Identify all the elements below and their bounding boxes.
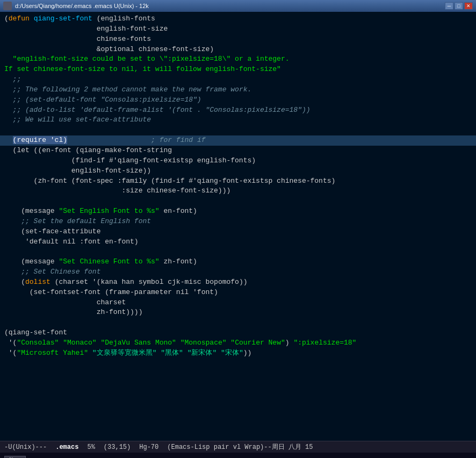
- code-line: (defun qiang-set-font (english-fonts: [0, 14, 476, 24]
- code-line: ;; The following 2 method cannot make th…: [0, 85, 476, 95]
- code-line: &optional chinese-font-size): [0, 45, 476, 55]
- code-line: zh-font)))): [0, 307, 476, 318]
- code-line: ;; Set the default English font: [0, 217, 476, 227]
- code-line: (dolist (charset '(kana han symbol cjk-m…: [0, 277, 476, 288]
- code-line: ;; We will use set-face-attribute: [0, 115, 476, 125]
- titlebar: d:/Users/Qiang/home/.emacs .emacs U(Unix…: [0, 0, 476, 12]
- maximize-button[interactable]: □: [455, 2, 463, 10]
- hg-status: Hg-70: [139, 443, 158, 451]
- code-line: english-font-size: [0, 24, 476, 34]
- code-line: ;; (add-to-list 'default-frame-alist '(f…: [0, 105, 476, 116]
- close-button[interactable]: ✕: [464, 2, 473, 10]
- code-line: 'default nil :font en-font): [0, 237, 476, 247]
- code-line-highlighted: (require 'cl) ; for find if: [0, 135, 476, 146]
- code-line: (qiang-set-font: [0, 328, 476, 338]
- code-line: (let ((en-font (qiang-make-font-string: [0, 146, 476, 156]
- position-status: 5%: [87, 443, 95, 451]
- code-line: [0, 196, 476, 206]
- code-line: ;; (set-default-font "Consolas:pixelsize…: [0, 95, 476, 105]
- editor-area[interactable]: (defun qiang-set-font (english-fonts eng…: [0, 12, 476, 441]
- code-line: (set-face-attribute: [0, 227, 476, 237]
- code-line: ;;: [0, 75, 476, 85]
- bottom-bar: New: [0, 453, 476, 458]
- code-line: (find-if #'qiang-font-existsp english-fo…: [0, 156, 476, 166]
- code-line: english-font-size)): [0, 166, 476, 176]
- code-line: (message "Set Chinese Font to %s" zh-fon…: [0, 257, 476, 267]
- code-line: [0, 125, 476, 135]
- code-line: (message "Set English Font to %s" en-fon…: [0, 206, 476, 217]
- code-line: [0, 318, 476, 328]
- encoding-status: -U(Unix)---: [4, 443, 47, 451]
- statusbar: -U(Unix)--- .emacs 5% (33,15) Hg-70 (Ema…: [0, 441, 476, 453]
- code-line: '("Microsoft Yahei" "文泉驿等宽微米黑" "黑体" "新宋体…: [0, 348, 476, 359]
- new-badge[interactable]: New: [4, 456, 26, 458]
- code-line: charset: [0, 298, 476, 308]
- filename-status: .emacs: [55, 443, 78, 451]
- window-controls[interactable]: ─ □ ✕: [445, 2, 473, 10]
- code-line: :size chinese-font-size))): [0, 186, 476, 196]
- mode-status: (Emacs-Lisp pair vl Wrap)--周日 八月 15: [167, 442, 313, 452]
- line-col-status: (33,15): [104, 443, 131, 451]
- window-title: d:/Users/Qiang/home/.emacs .emacs U(Unix…: [15, 3, 445, 9]
- code-line: (set-fontset-font (frame-parameter nil '…: [0, 288, 476, 298]
- code-line: [0, 247, 476, 257]
- code-line: '("Consolas" "Monaco" "DejaVu Sans Mono"…: [0, 338, 476, 348]
- code-line: If set chinese-font-size to nil, it will…: [0, 65, 476, 75]
- code-line: "english-font-size could be set to \":pi…: [0, 54, 476, 65]
- code-line: chinese-fonts: [0, 34, 476, 45]
- code-line: (zh-font (font-spec :family (find-if #'q…: [0, 176, 476, 187]
- app-icon: [3, 2, 12, 10]
- minimize-button[interactable]: ─: [445, 2, 453, 10]
- code-line: ;; Set Chinese font: [0, 267, 476, 277]
